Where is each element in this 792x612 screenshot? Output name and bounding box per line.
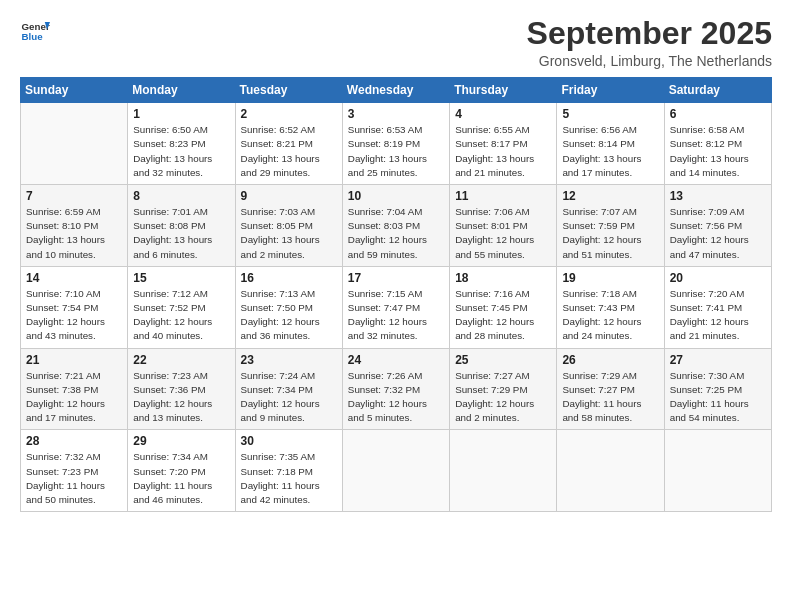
calendar-cell: 2Sunrise: 6:52 AMSunset: 8:21 PMDaylight… — [235, 103, 342, 185]
day-info: Sunrise: 7:03 AMSunset: 8:05 PMDaylight:… — [241, 205, 337, 262]
calendar-cell — [21, 103, 128, 185]
calendar-cell: 27Sunrise: 7:30 AMSunset: 7:25 PMDayligh… — [664, 348, 771, 430]
day-info: Sunrise: 7:13 AMSunset: 7:50 PMDaylight:… — [241, 287, 337, 344]
day-info: Sunrise: 6:50 AMSunset: 8:23 PMDaylight:… — [133, 123, 229, 180]
day-number: 17 — [348, 271, 444, 285]
calendar-cell: 24Sunrise: 7:26 AMSunset: 7:32 PMDayligh… — [342, 348, 449, 430]
calendar-cell: 22Sunrise: 7:23 AMSunset: 7:36 PMDayligh… — [128, 348, 235, 430]
calendar-cell: 23Sunrise: 7:24 AMSunset: 7:34 PMDayligh… — [235, 348, 342, 430]
day-number: 10 — [348, 189, 444, 203]
day-info: Sunrise: 6:59 AMSunset: 8:10 PMDaylight:… — [26, 205, 122, 262]
calendar-cell: 18Sunrise: 7:16 AMSunset: 7:45 PMDayligh… — [450, 266, 557, 348]
calendar-cell: 5Sunrise: 6:56 AMSunset: 8:14 PMDaylight… — [557, 103, 664, 185]
day-info: Sunrise: 6:56 AMSunset: 8:14 PMDaylight:… — [562, 123, 658, 180]
day-number: 20 — [670, 271, 766, 285]
day-info: Sunrise: 6:52 AMSunset: 8:21 PMDaylight:… — [241, 123, 337, 180]
day-info: Sunrise: 7:07 AMSunset: 7:59 PMDaylight:… — [562, 205, 658, 262]
header-cell-tuesday: Tuesday — [235, 78, 342, 103]
page: General Blue September 2025 Gronsveld, L… — [0, 0, 792, 612]
day-number: 14 — [26, 271, 122, 285]
day-info: Sunrise: 7:35 AMSunset: 7:18 PMDaylight:… — [241, 450, 337, 507]
calendar-cell — [557, 430, 664, 512]
calendar-cell: 7Sunrise: 6:59 AMSunset: 8:10 PMDaylight… — [21, 185, 128, 267]
month-title: September 2025 — [527, 16, 772, 51]
header-cell-friday: Friday — [557, 78, 664, 103]
calendar-cell: 3Sunrise: 6:53 AMSunset: 8:19 PMDaylight… — [342, 103, 449, 185]
day-info: Sunrise: 7:16 AMSunset: 7:45 PMDaylight:… — [455, 287, 551, 344]
header-cell-thursday: Thursday — [450, 78, 557, 103]
calendar-cell: 21Sunrise: 7:21 AMSunset: 7:38 PMDayligh… — [21, 348, 128, 430]
header: General Blue September 2025 Gronsveld, L… — [20, 16, 772, 69]
svg-text:Blue: Blue — [22, 31, 44, 42]
day-number: 18 — [455, 271, 551, 285]
calendar-cell: 4Sunrise: 6:55 AMSunset: 8:17 PMDaylight… — [450, 103, 557, 185]
header-cell-saturday: Saturday — [664, 78, 771, 103]
day-number: 12 — [562, 189, 658, 203]
day-number: 22 — [133, 353, 229, 367]
day-info: Sunrise: 7:20 AMSunset: 7:41 PMDaylight:… — [670, 287, 766, 344]
day-number: 30 — [241, 434, 337, 448]
calendar-cell: 14Sunrise: 7:10 AMSunset: 7:54 PMDayligh… — [21, 266, 128, 348]
day-info: Sunrise: 7:27 AMSunset: 7:29 PMDaylight:… — [455, 369, 551, 426]
day-number: 26 — [562, 353, 658, 367]
calendar-cell — [342, 430, 449, 512]
day-number: 23 — [241, 353, 337, 367]
calendar-cell: 6Sunrise: 6:58 AMSunset: 8:12 PMDaylight… — [664, 103, 771, 185]
day-number: 16 — [241, 271, 337, 285]
week-row-4: 21Sunrise: 7:21 AMSunset: 7:38 PMDayligh… — [21, 348, 772, 430]
day-info: Sunrise: 6:55 AMSunset: 8:17 PMDaylight:… — [455, 123, 551, 180]
calendar-cell: 10Sunrise: 7:04 AMSunset: 8:03 PMDayligh… — [342, 185, 449, 267]
day-number: 2 — [241, 107, 337, 121]
calendar-cell: 1Sunrise: 6:50 AMSunset: 8:23 PMDaylight… — [128, 103, 235, 185]
day-number: 27 — [670, 353, 766, 367]
week-row-1: 1Sunrise: 6:50 AMSunset: 8:23 PMDaylight… — [21, 103, 772, 185]
day-info: Sunrise: 7:10 AMSunset: 7:54 PMDaylight:… — [26, 287, 122, 344]
calendar-cell: 25Sunrise: 7:27 AMSunset: 7:29 PMDayligh… — [450, 348, 557, 430]
calendar-cell: 30Sunrise: 7:35 AMSunset: 7:18 PMDayligh… — [235, 430, 342, 512]
day-number: 25 — [455, 353, 551, 367]
calendar-cell: 16Sunrise: 7:13 AMSunset: 7:50 PMDayligh… — [235, 266, 342, 348]
day-number: 7 — [26, 189, 122, 203]
day-number: 24 — [348, 353, 444, 367]
day-number: 29 — [133, 434, 229, 448]
day-number: 28 — [26, 434, 122, 448]
day-info: Sunrise: 7:21 AMSunset: 7:38 PMDaylight:… — [26, 369, 122, 426]
day-info: Sunrise: 7:18 AMSunset: 7:43 PMDaylight:… — [562, 287, 658, 344]
day-info: Sunrise: 7:32 AMSunset: 7:23 PMDaylight:… — [26, 450, 122, 507]
day-info: Sunrise: 6:58 AMSunset: 8:12 PMDaylight:… — [670, 123, 766, 180]
logo-icon: General Blue — [20, 16, 50, 46]
subtitle: Gronsveld, Limburg, The Netherlands — [527, 53, 772, 69]
day-number: 15 — [133, 271, 229, 285]
day-info: Sunrise: 7:04 AMSunset: 8:03 PMDaylight:… — [348, 205, 444, 262]
calendar-cell: 29Sunrise: 7:34 AMSunset: 7:20 PMDayligh… — [128, 430, 235, 512]
day-number: 6 — [670, 107, 766, 121]
day-info: Sunrise: 7:29 AMSunset: 7:27 PMDaylight:… — [562, 369, 658, 426]
day-number: 13 — [670, 189, 766, 203]
day-number: 4 — [455, 107, 551, 121]
calendar-cell: 19Sunrise: 7:18 AMSunset: 7:43 PMDayligh… — [557, 266, 664, 348]
header-cell-wednesday: Wednesday — [342, 78, 449, 103]
day-info: Sunrise: 7:09 AMSunset: 7:56 PMDaylight:… — [670, 205, 766, 262]
calendar-cell: 28Sunrise: 7:32 AMSunset: 7:23 PMDayligh… — [21, 430, 128, 512]
day-number: 21 — [26, 353, 122, 367]
calendar-cell — [664, 430, 771, 512]
day-info: Sunrise: 7:06 AMSunset: 8:01 PMDaylight:… — [455, 205, 551, 262]
calendar-table: SundayMondayTuesdayWednesdayThursdayFrid… — [20, 77, 772, 512]
calendar-cell: 9Sunrise: 7:03 AMSunset: 8:05 PMDaylight… — [235, 185, 342, 267]
day-info: Sunrise: 7:26 AMSunset: 7:32 PMDaylight:… — [348, 369, 444, 426]
day-info: Sunrise: 7:01 AMSunset: 8:08 PMDaylight:… — [133, 205, 229, 262]
logo: General Blue — [20, 16, 50, 46]
calendar-cell: 20Sunrise: 7:20 AMSunset: 7:41 PMDayligh… — [664, 266, 771, 348]
day-info: Sunrise: 7:15 AMSunset: 7:47 PMDaylight:… — [348, 287, 444, 344]
day-number: 1 — [133, 107, 229, 121]
calendar-cell — [450, 430, 557, 512]
calendar-cell: 12Sunrise: 7:07 AMSunset: 7:59 PMDayligh… — [557, 185, 664, 267]
calendar-cell: 8Sunrise: 7:01 AMSunset: 8:08 PMDaylight… — [128, 185, 235, 267]
day-info: Sunrise: 7:23 AMSunset: 7:36 PMDaylight:… — [133, 369, 229, 426]
calendar-cell: 13Sunrise: 7:09 AMSunset: 7:56 PMDayligh… — [664, 185, 771, 267]
day-info: Sunrise: 7:12 AMSunset: 7:52 PMDaylight:… — [133, 287, 229, 344]
day-number: 9 — [241, 189, 337, 203]
week-row-2: 7Sunrise: 6:59 AMSunset: 8:10 PMDaylight… — [21, 185, 772, 267]
day-number: 5 — [562, 107, 658, 121]
day-info: Sunrise: 7:30 AMSunset: 7:25 PMDaylight:… — [670, 369, 766, 426]
